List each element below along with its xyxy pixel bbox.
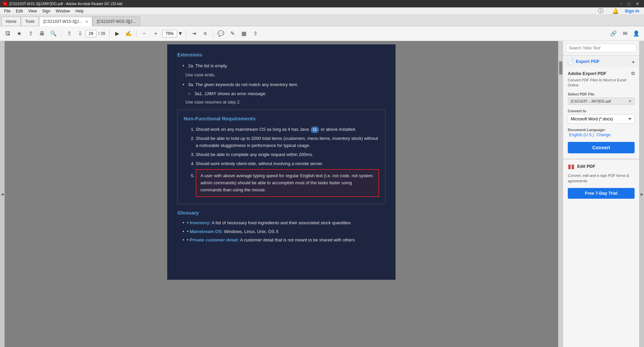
tab-home-label: Home xyxy=(6,19,16,24)
sep2 xyxy=(109,30,109,38)
use-case-ends-1: Use case ends. xyxy=(185,72,385,79)
prev-page-button[interactable]: ⇧ xyxy=(64,29,74,39)
pdf-viewer: Extensions 2a. The list is empty. Use ca… xyxy=(5,41,558,347)
tab-doc2-label: [CS2103T-W15-3][J... xyxy=(97,19,135,24)
edit-pdf-icon: ▮▮ xyxy=(568,163,574,170)
zoom-input[interactable]: 75% xyxy=(162,30,177,37)
toolbar: 🖫 ★ ⇧ 🖶 🔍 ⇧ ⇩ 29 / 29 ▶ ✍ − + 75% ▼ ⇥ ≡ … xyxy=(0,26,644,41)
extensions-heading: Extensions xyxy=(177,51,385,59)
file-chip: [CS2103T-...IMY]DG.pdf ✕ xyxy=(568,98,635,105)
share-button[interactable]: ⇧ xyxy=(250,29,260,39)
left-panel-toggle[interactable]: ◀ xyxy=(0,41,5,347)
nfr-highlight-box: A user with above average typing speed f… xyxy=(196,169,379,197)
file-chip-close[interactable]: ✕ xyxy=(628,99,632,104)
upload-button[interactable]: ⇧ xyxy=(26,29,36,39)
nfr-list: Should work on any mainstream OS as long… xyxy=(190,126,379,197)
menu-sign[interactable]: Sign xyxy=(40,8,53,14)
zoom-group: 75% ▼ xyxy=(162,29,183,39)
hand-tool-button[interactable]: ✍ xyxy=(124,29,134,39)
adobe-export-title-row: Adobe Export PDF ⧉ xyxy=(568,71,635,76)
search-input[interactable] xyxy=(566,44,637,52)
find-button[interactable]: 🔍 xyxy=(48,29,58,39)
fit-page-button[interactable]: ⇥ xyxy=(189,29,199,39)
right-panel: 📄 Export PDF ▲ Adobe Export PDF ⧉ Conver… xyxy=(563,41,639,347)
scroll-mode-button[interactable]: ≡ xyxy=(200,29,210,39)
nav-group: ⇧ ⇩ 29 / 29 xyxy=(64,29,106,39)
nfr-item-1: Should work on any mainstream OS as long… xyxy=(196,126,379,133)
zoom-in-button[interactable]: + xyxy=(151,29,161,39)
menu-view[interactable]: View xyxy=(26,8,40,14)
edit-pdf-desc: Convert, edit and e-sign PDF forms & agr… xyxy=(568,173,635,184)
zoom-dropdown-button[interactable]: ▼ xyxy=(178,29,183,39)
tab-document-1[interactable]: [CS2103T-W15-3][J... ✕ xyxy=(39,17,92,26)
notification-icon[interactable]: 🔔 xyxy=(609,7,622,15)
menu-help[interactable]: Help xyxy=(73,8,87,14)
adobe-export-sub: Convert PDF Files to Word or Excel Onlin… xyxy=(568,78,635,88)
change-lang-link[interactable]: Change xyxy=(596,132,610,137)
item-3a1: 3a1. JJIMY shows an error message. xyxy=(188,90,385,98)
doc-lang-value: English (U.S.) Change xyxy=(568,132,635,137)
save-button[interactable]: 🖫 xyxy=(3,29,13,39)
cursor-tool-button[interactable]: ▶ xyxy=(112,29,122,39)
convert-button[interactable]: Convert xyxy=(568,142,635,153)
export-pdf-icon: 📄 xyxy=(567,58,574,65)
export-collapse-icon[interactable]: ▲ xyxy=(631,59,635,64)
trial-button[interactable]: Free 7-Day Trial xyxy=(568,188,635,199)
doc-lang-label: Document Language: xyxy=(568,128,635,132)
nfr-item-3: Should be able to complete any single re… xyxy=(196,151,379,158)
nfr-item-5: A user with above average typing speed f… xyxy=(196,169,379,197)
right-panel-toggle[interactable]: ▶ xyxy=(639,41,644,347)
zoom-out-button[interactable]: − xyxy=(139,29,149,39)
menu-file[interactable]: File xyxy=(1,8,13,14)
nfr-heading: Non-Functional Requirements xyxy=(184,115,379,123)
help-icon[interactable]: ⓘ xyxy=(595,7,606,15)
highlight-button[interactable]: ▦ xyxy=(239,29,249,39)
v-scrollbar[interactable] xyxy=(558,41,563,347)
close-button[interactable]: ✕ xyxy=(634,1,641,6)
use-case-resumes: Use case resumes at step 2. xyxy=(185,99,385,106)
page-total: / 29 xyxy=(97,31,106,36)
nfr-section: Non-Functional Requirements Should work … xyxy=(177,110,385,204)
doc-lang-text: English (U.S.) xyxy=(569,132,594,137)
export-pdf-header[interactable]: 📄 Export PDF ▲ xyxy=(563,55,639,67)
tab-document-2[interactable]: [CS2103T-W15-3][J... xyxy=(92,16,140,26)
minimize-button[interactable]: − xyxy=(618,1,625,6)
gloss-item-3: • Private customer detail: A customer de… xyxy=(177,237,385,244)
export-pdf-section: 📄 Export PDF ▲ Adobe Export PDF ⧉ Conver… xyxy=(563,55,639,159)
tab-doc1-label: [CS2103T-W15-3][J... xyxy=(43,19,82,24)
search-area xyxy=(563,41,639,55)
convert-to-select[interactable]: Microsoft Word (*.docx) Microsoft Excel … xyxy=(568,114,635,124)
email-button[interactable]: ✉ xyxy=(620,29,630,39)
menu-window[interactable]: Window xyxy=(53,8,73,14)
tab-tools-label: Tools xyxy=(25,19,35,24)
adobe-export-title-text: Adobe Export PDF xyxy=(568,71,606,76)
link-button[interactable]: 🔗 xyxy=(608,29,618,39)
bookmark-button[interactable]: ★ xyxy=(14,29,24,39)
tab-home[interactable]: Home xyxy=(1,16,21,26)
maximize-button[interactable]: □ xyxy=(626,1,632,6)
tab-doc1-close[interactable]: ✕ xyxy=(85,20,88,24)
edit-pdf-header: ▮▮ Edit PDF xyxy=(568,163,635,170)
sign-in-button[interactable]: Sign In xyxy=(625,8,639,13)
item-3a: 3a. The given keywords do not match any … xyxy=(183,81,385,88)
gloss-item-1: • Inventory: A list of necessary food in… xyxy=(177,220,385,227)
print-button[interactable]: 🖶 xyxy=(37,29,47,39)
glossary-heading: Glossary xyxy=(177,209,385,217)
page-input[interactable]: 29 xyxy=(86,30,96,37)
edit-pdf-section: ▮▮ Edit PDF Convert, edit and e-sign PDF… xyxy=(563,159,639,202)
export-pdf-title: Export PDF xyxy=(576,59,600,64)
adobe-export-area: Adobe Export PDF ⧉ Convert PDF Files to … xyxy=(563,67,639,159)
menu-edit[interactable]: Edit xyxy=(13,8,26,14)
copy-icon[interactable]: ⧉ xyxy=(631,71,635,76)
comment-button[interactable]: 💬 xyxy=(216,29,226,39)
menu-bar: File Edit View Sign Window Help ⓘ 🔔 Sign… xyxy=(0,7,644,15)
sep5 xyxy=(213,30,213,38)
main-layout: ◀ Extensions 2a. The list is empty. Use … xyxy=(0,41,644,347)
title-bar: A [CS2103T-W15-3][JJIMY]DG.pdf - Adobe A… xyxy=(0,0,644,7)
account-button[interactable]: 👤 xyxy=(631,29,641,39)
scrollbar-thumb[interactable] xyxy=(559,61,562,75)
gloss-item-2: • Mainstream OS: Windows, Linux, Unix, O… xyxy=(177,228,385,235)
tab-tools[interactable]: Tools xyxy=(21,16,39,26)
next-page-button[interactable]: ⇩ xyxy=(75,29,85,39)
annotate-button[interactable]: ✎ xyxy=(227,29,237,39)
